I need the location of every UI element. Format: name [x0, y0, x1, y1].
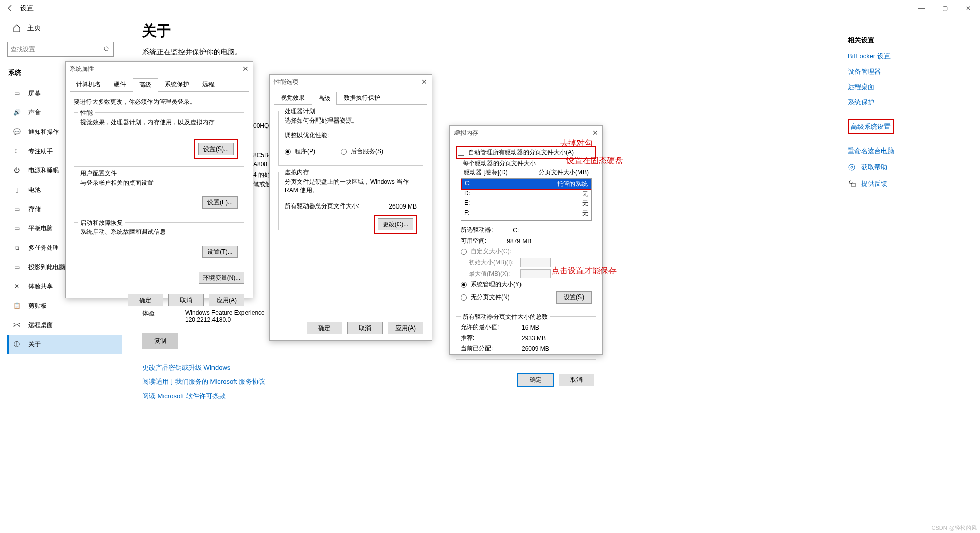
- tab-computer-name[interactable]: 计算机名: [70, 78, 107, 91]
- dlg2-title: 性能选项: [274, 78, 298, 86]
- rlink-advanced-settings[interactable]: 高级系统设置: [848, 119, 894, 134]
- dlg2-apply[interactable]: 应用(A): [388, 322, 423, 334]
- radio-system[interactable]: 系统管理的大小(Y): [461, 280, 592, 289]
- radio-none[interactable]: 无分页文件(N): [461, 293, 510, 302]
- dlg3-ok[interactable]: 确定: [518, 374, 554, 386]
- drive-c[interactable]: C:托管的系统: [462, 179, 591, 189]
- auto-manage-row[interactable]: 自动管理所有驱动器的分页文件大小(A): [456, 146, 596, 159]
- tab-hardware[interactable]: 硬件: [107, 78, 133, 91]
- adjust-label: 调整以优化性能:: [285, 131, 417, 140]
- init-input[interactable]: [520, 258, 551, 267]
- nav-label-1: 声音: [28, 108, 41, 117]
- dlg1-tabs: 计算机名 硬件 高级 系统保护 远程: [66, 76, 253, 91]
- nav-label-0: 屏幕: [28, 89, 41, 98]
- search-field[interactable]: [11, 46, 103, 53]
- rlink-bitlocker[interactable]: BitLocker 设置: [848, 52, 970, 61]
- nav-icon-7: ▭: [12, 224, 21, 233]
- dlg2-ok[interactable]: 确定: [307, 322, 342, 334]
- vm-fieldset: 虚拟内存 分页文件是硬盘上的一块区域，Windows 当作 RAM 使用。 所有…: [278, 172, 423, 230]
- dlg2-close-icon[interactable]: ✕: [421, 78, 427, 86]
- rlink-remote-desktop[interactable]: 远程桌面: [848, 82, 970, 92]
- rlink-rename-pc[interactable]: 重命名这台电脑: [848, 146, 970, 156]
- nav-label-5: 电池: [28, 186, 41, 194]
- nav-item-12[interactable]: ><远程桌面: [7, 315, 122, 335]
- titlebar: 设置: [0, 0, 980, 16]
- auto-manage-checkbox[interactable]: [458, 150, 464, 156]
- copy-button[interactable]: 复制: [142, 333, 178, 349]
- rec-label: 推荐:: [461, 334, 501, 342]
- proc2-peek: 笔或触: [253, 180, 271, 189]
- tab-visual[interactable]: 视觉效果: [274, 91, 312, 104]
- drive-list[interactable]: C:托管的系统 D:无 E:无 F:无: [461, 178, 592, 221]
- perf-settings-button[interactable]: 设置(S)...: [198, 143, 234, 155]
- free-val: 9879 MB: [507, 238, 531, 245]
- page-subtitle: 系统正在监控并保护你的电脑。: [142, 48, 822, 57]
- boot-settings-button[interactable]: 设置(T)...: [202, 246, 238, 258]
- radio-programs[interactable]: 程序(P): [285, 147, 315, 156]
- search-input[interactable]: [7, 42, 114, 57]
- vm-text: 分页文件是硬盘上的一块区域，Windows 当作 RAM 使用。: [285, 177, 417, 195]
- dlg2-cancel[interactable]: 取消: [347, 322, 383, 334]
- svg-rect-5: [852, 183, 855, 187]
- rlink-system-protection[interactable]: 系统保护: [848, 98, 970, 107]
- feedback-row[interactable]: 提供反馈: [848, 179, 970, 188]
- perf-fieldset: 性能 视觉效果，处理器计划，内存使用，以及虚拟内存 设置(S)...: [74, 112, 244, 167]
- max-input[interactable]: [520, 269, 551, 278]
- tab-dep[interactable]: 数据执行保护: [337, 91, 387, 104]
- radio-custom[interactable]: 自定义大小(C):: [461, 247, 592, 256]
- feedback-icon: [848, 180, 856, 188]
- drive-d[interactable]: D:无: [461, 189, 591, 199]
- minimize-icon[interactable]: —: [910, 0, 933, 16]
- radio-background[interactable]: 后台服务(S): [341, 147, 383, 156]
- link-license-terms[interactable]: 阅读 Microsoft 软件许可条款: [142, 392, 822, 401]
- dlg1-titlebar: 系统属性 ✕: [66, 62, 253, 76]
- feedback-link[interactable]: 提供反馈: [861, 179, 887, 188]
- tab-advanced2[interactable]: 高级: [312, 92, 337, 105]
- sched-legend: 处理器计划: [283, 107, 317, 116]
- dlg1-cancel[interactable]: 取消: [168, 294, 204, 306]
- back-icon[interactable]: [4, 2, 16, 14]
- dlg1-apply[interactable]: 应用(A): [209, 294, 244, 306]
- nav-icon-9: ▭: [12, 262, 21, 272]
- tab-advanced[interactable]: 高级: [133, 78, 158, 92]
- perf-text: 视觉效果，处理器计划，内存使用，以及虚拟内存: [80, 118, 238, 127]
- min-val: 16 MB: [522, 324, 539, 331]
- svg-point-2: [849, 164, 855, 170]
- home-row[interactable]: 主页: [7, 23, 122, 33]
- dlg3-close-icon[interactable]: ✕: [592, 129, 598, 137]
- svg-point-0: [104, 47, 108, 51]
- sel-drive-val: C:: [513, 227, 519, 234]
- dlg3-cancel[interactable]: 取消: [559, 374, 594, 386]
- tab-protection[interactable]: 系统保护: [158, 78, 196, 91]
- tab-remote[interactable]: 远程: [196, 78, 221, 91]
- set-button[interactable]: 设置(S): [556, 291, 592, 304]
- app-title: 设置: [20, 4, 34, 13]
- rlink-device-manager[interactable]: 设备管理器: [848, 67, 970, 76]
- user-settings-button[interactable]: 设置(E)...: [202, 196, 238, 209]
- vm-total-value: 26009 MB: [389, 203, 417, 210]
- nav-label-4: 电源和睡眠: [28, 166, 59, 175]
- dlg1-close-icon[interactable]: ✕: [242, 65, 249, 73]
- drive-e[interactable]: E:无: [461, 199, 591, 209]
- user-legend: 用户配置文件: [78, 169, 119, 178]
- vm-legend: 虚拟内存: [283, 168, 311, 177]
- code2-peek: A808: [253, 161, 267, 168]
- help-icon: [848, 163, 856, 171]
- nav-label-7: 平板电脑: [28, 224, 53, 233]
- system-properties-dialog: 系统属性 ✕ 计算机名 硬件 高级 系统保护 远程 要进行大多数更改，你必须作为…: [65, 61, 253, 298]
- help-row[interactable]: 获取帮助: [848, 163, 970, 172]
- drive-f[interactable]: F:无: [461, 209, 591, 218]
- svg-line-1: [108, 50, 110, 52]
- nav-item-13[interactable]: ⓘ关于: [7, 335, 122, 354]
- help-link[interactable]: 获取帮助: [861, 163, 887, 172]
- nav-icon-13: ⓘ: [12, 340, 21, 349]
- maximize-icon[interactable]: ▢: [933, 0, 957, 16]
- drives-legend: 每个驱动器的分页文件大小: [461, 159, 538, 168]
- close-icon[interactable]: ✕: [957, 0, 980, 16]
- cur-val: 26009 MB: [522, 345, 549, 352]
- vm-change-button[interactable]: 更改(C)...: [378, 218, 413, 230]
- dlg1-ok[interactable]: 确定: [128, 294, 163, 306]
- nav-label-6: 存储: [28, 205, 41, 214]
- env-vars-button[interactable]: 环境变量(N)...: [199, 272, 244, 284]
- virtual-memory-dialog: 虚拟内存 ✕ 自动管理所有驱动器的分页文件大小(A) 每个驱动器的分页文件大小 …: [449, 125, 603, 355]
